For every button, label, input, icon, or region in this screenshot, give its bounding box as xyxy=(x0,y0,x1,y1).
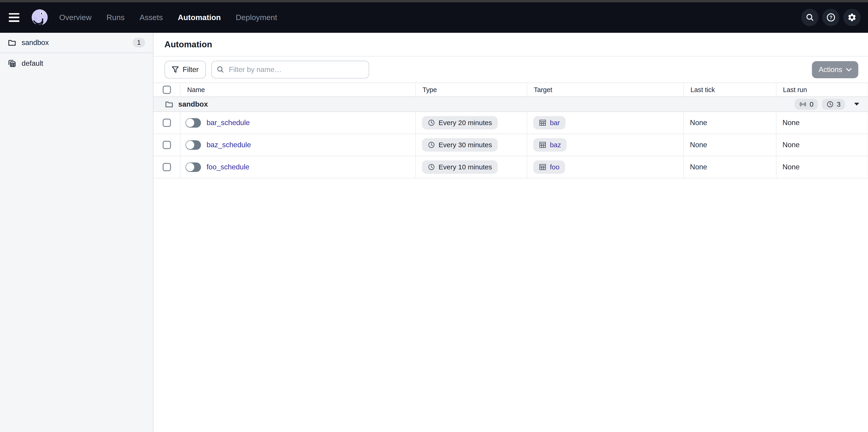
help-icon[interactable]: ? xyxy=(822,9,839,26)
row-checkbox-cell xyxy=(153,134,181,156)
clock-icon xyxy=(826,100,834,108)
schedule-link[interactable]: bar_schedule xyxy=(207,119,250,127)
schedule-type-pill[interactable]: Every 30 minutes xyxy=(422,138,498,152)
row-checkbox[interactable] xyxy=(163,119,171,127)
sidebar-item-label: sandbox xyxy=(22,38,49,47)
schedule-toggle[interactable] xyxy=(186,162,201,172)
last-tick-value: None xyxy=(690,141,707,149)
target-label: foo xyxy=(550,163,559,171)
schedule-type-label: Every 20 minutes xyxy=(439,119,492,127)
schedule-type-pill[interactable]: Every 10 minutes xyxy=(422,160,498,174)
sidebar-item-sandbox[interactable]: sandbox 1 xyxy=(0,33,153,53)
funnel-icon xyxy=(172,66,179,73)
chevron-down-icon xyxy=(846,68,851,71)
schedule-link[interactable]: baz_schedule xyxy=(207,141,251,149)
row-checkbox-cell xyxy=(153,112,181,134)
name-cell: foo_schedule xyxy=(180,156,416,178)
actions-button[interactable]: Actions xyxy=(812,61,858,78)
svg-text:?: ? xyxy=(830,14,833,20)
last-tick-cell: None xyxy=(684,112,776,134)
target-cell: foo xyxy=(527,156,684,178)
clock-icon xyxy=(428,119,435,127)
last-tick-cell: None xyxy=(684,134,776,156)
target-pill[interactable]: bar xyxy=(533,116,565,129)
table-header-row: Name Type Target Last tick Last run xyxy=(153,83,868,96)
page-title: Automation xyxy=(164,39,212,49)
table-row: bar_schedule Every 20 minutes xyxy=(153,112,868,134)
group-name: sandbox xyxy=(178,100,208,109)
filter-button-label: Filter xyxy=(183,65,199,74)
target-label: bar xyxy=(550,119,560,127)
schedule-type-label: Every 10 minutes xyxy=(439,163,492,171)
collapse-caret-icon[interactable] xyxy=(853,101,861,107)
target-cell: bar xyxy=(527,112,684,134)
dagster-logo[interactable] xyxy=(30,8,50,27)
last-run-cell: None xyxy=(776,112,868,134)
app-window: Overview Runs Assets Automation Deployme… xyxy=(0,0,868,432)
last-tick-value: None xyxy=(690,119,707,127)
top-nav-actions: ? xyxy=(801,9,861,26)
name-filter-input[interactable] xyxy=(211,61,369,79)
schedule-type-pill[interactable]: Every 20 minutes xyxy=(422,116,498,129)
nav-link-automation[interactable]: Automation xyxy=(178,13,221,22)
clock-icon xyxy=(428,141,435,149)
workspace-icon xyxy=(8,59,16,68)
table-icon xyxy=(539,141,547,149)
nav-link-assets[interactable]: Assets xyxy=(140,13,163,22)
header-checkbox-cell xyxy=(153,83,181,96)
col-header-last-tick: Last tick xyxy=(684,83,776,96)
target-pill[interactable]: foo xyxy=(533,160,565,174)
schedule-count: 3 xyxy=(837,100,841,108)
sensor-count-badge: 0 xyxy=(795,99,818,110)
row-checkbox[interactable] xyxy=(163,163,171,171)
col-header-type: Type xyxy=(416,83,527,96)
sidebar-count-badge: 1 xyxy=(133,38,145,48)
toolbar: Filter Actions xyxy=(153,57,868,83)
last-run-cell: None xyxy=(776,134,868,156)
nav-link-runs[interactable]: Runs xyxy=(106,13,125,22)
type-cell: Every 10 minutes xyxy=(416,156,527,178)
schedule-toggle[interactable] xyxy=(186,140,201,150)
actions-button-label: Actions xyxy=(818,65,842,74)
type-cell: Every 30 minutes xyxy=(416,134,527,156)
name-cell: bar_schedule xyxy=(180,112,416,134)
sensor-icon xyxy=(799,100,807,108)
schedule-toggle[interactable] xyxy=(186,118,201,128)
select-all-checkbox[interactable] xyxy=(163,86,171,94)
last-tick-value: None xyxy=(690,163,707,171)
target-cell: baz xyxy=(527,134,684,156)
nav-link-overview[interactable]: Overview xyxy=(59,13,92,22)
menu-icon[interactable] xyxy=(9,11,22,24)
main-panel: Automation Filter Actions xyxy=(153,33,868,432)
folder-icon xyxy=(165,100,173,109)
last-run-value: None xyxy=(782,163,800,171)
target-label: baz xyxy=(550,141,561,149)
search-icon[interactable] xyxy=(801,9,818,26)
folder-icon xyxy=(8,38,16,47)
clock-icon xyxy=(428,163,435,171)
sidebar-item-default[interactable]: default xyxy=(0,53,153,73)
nav-link-deployment[interactable]: Deployment xyxy=(236,13,277,22)
group-row-sandbox: sandbox 0 xyxy=(153,96,868,112)
filter-button[interactable]: Filter xyxy=(164,61,206,79)
type-cell: Every 20 minutes xyxy=(416,112,527,134)
col-header-target: Target xyxy=(527,83,684,96)
sensor-count: 0 xyxy=(810,100,813,108)
last-run-value: None xyxy=(782,119,800,127)
table-icon xyxy=(539,163,547,171)
table-row: baz_schedule Every 30 minutes xyxy=(153,134,868,156)
row-checkbox[interactable] xyxy=(163,141,171,149)
schedule-type-label: Every 30 minutes xyxy=(439,141,492,149)
gear-icon[interactable] xyxy=(843,9,860,26)
name-cell: baz_schedule xyxy=(180,134,416,156)
last-run-value: None xyxy=(782,141,800,149)
schedule-count-badge: 3 xyxy=(822,99,845,110)
last-tick-cell: None xyxy=(684,156,776,178)
target-pill[interactable]: baz xyxy=(533,138,566,152)
nav-links: Overview Runs Assets Automation Deployme… xyxy=(59,13,277,22)
window-chrome-strip xyxy=(0,0,868,2)
title-bar: Automation xyxy=(153,33,868,57)
name-filter xyxy=(211,61,369,79)
schedule-link[interactable]: foo_schedule xyxy=(207,163,249,171)
col-header-last-run: Last run xyxy=(776,83,868,96)
